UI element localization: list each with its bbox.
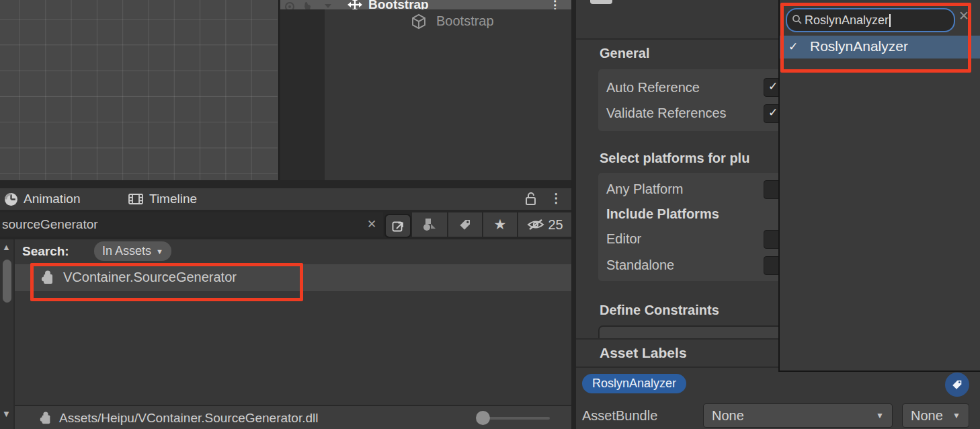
panel-divider xyxy=(0,180,571,188)
scrollbar-thumb[interactable] xyxy=(3,260,11,303)
label-search-value: RoslynAnalyzer xyxy=(805,13,889,28)
eye-slash-icon xyxy=(526,218,545,231)
asset-label-popup: RoslynAnalyzer ✕ ✓ RoslynAnalyzer xyxy=(778,0,980,372)
hierarchy-item-bootstrap[interactable]: Bootstrap xyxy=(325,11,571,32)
search-scope-label: Search: xyxy=(22,244,69,259)
selected-asset-path: Assets/Heipu/VContainer.SourceGenerator.… xyxy=(59,411,319,426)
open-in-window-icon xyxy=(391,219,405,233)
tab-animation-label: Animation xyxy=(24,192,81,206)
unlock-icon[interactable] xyxy=(524,191,537,207)
assetbundle-label: AssetBundle xyxy=(582,408,657,424)
plugin-puzzle-icon xyxy=(39,411,52,426)
project-search-value: sourceGenerator xyxy=(2,217,98,232)
text-cursor xyxy=(889,14,891,27)
hidden-packages-toggle[interactable]: 25 xyxy=(518,212,571,237)
project-search-input[interactable]: sourceGenerator ✕ xyxy=(0,212,383,237)
asset-label-pill-text: RoslynAnalyzer xyxy=(592,377,676,391)
include-platforms-header: Include Platforms xyxy=(606,206,719,222)
expand-caret-icon[interactable] xyxy=(323,1,333,9)
asset-label-pill[interactable]: RoslynAnalyzer xyxy=(582,374,686,393)
search-icon xyxy=(792,14,803,25)
hierarchy-item-label: Bootstrap xyxy=(436,13,494,29)
tag-icon xyxy=(951,379,963,391)
standalone-label: Standalone xyxy=(606,258,674,273)
tag-icon xyxy=(458,218,472,231)
favorites-button[interactable]: ★ xyxy=(483,212,517,237)
prefab-mode-header-bar: Bootstrap ⋮ xyxy=(280,0,571,9)
project-status-bar: Assets/Heipu/VContainer.SourceGenerator.… xyxy=(15,405,571,429)
partial-button[interactable] xyxy=(590,0,612,4)
search-result-row[interactable]: VContainer.SourceGenerator xyxy=(15,264,571,291)
asset-labels-header: Asset Labels xyxy=(600,345,687,361)
any-platform-label: Any Platform xyxy=(606,182,683,197)
validate-references-label: Validate References xyxy=(606,106,727,121)
chevron-down-icon: ▼ xyxy=(876,411,884,420)
prefab-gizmo-icon xyxy=(348,0,362,9)
clear-search-icon[interactable]: ✕ xyxy=(958,8,969,24)
label-search-input[interactable]: RoslynAnalyzer xyxy=(786,8,955,32)
star-icon: ★ xyxy=(494,217,507,233)
general-section-header: General xyxy=(600,46,649,61)
shapes-filter-icon xyxy=(422,218,437,231)
vertical-scrollbar[interactable]: ▲ ▼ xyxy=(0,239,15,429)
tab-timeline[interactable]: Timeline xyxy=(128,188,197,210)
scene-grid-view[interactable] xyxy=(0,0,278,180)
chevron-down-icon: ▼ xyxy=(156,247,163,256)
scene-picking-icon[interactable] xyxy=(302,1,313,9)
prefab-title: Bootstrap xyxy=(368,0,429,9)
search-result-label: VContainer.SourceGenerator xyxy=(63,270,237,285)
kebab-menu-icon[interactable]: ⋮ xyxy=(549,0,561,9)
search-scope-value: In Assets xyxy=(102,244,151,258)
cube-icon xyxy=(411,13,427,30)
filter-by-label-button[interactable] xyxy=(448,212,482,237)
hidden-count: 25 xyxy=(548,217,563,233)
assetbundle-variant-value: None xyxy=(911,408,943,424)
auto-reference-label: Auto Reference xyxy=(606,80,700,95)
scene-visibility-icon[interactable] xyxy=(284,1,295,9)
hierarchy-gutter xyxy=(280,9,325,180)
kebab-menu-icon[interactable]: ⋮ xyxy=(550,190,563,206)
add-label-button[interactable] xyxy=(945,373,969,397)
assetbundle-dropdown[interactable]: None ▼ xyxy=(703,403,893,428)
unity-editor-screenshot: Bootstrap ⋮ Bootstrap Animation xyxy=(0,0,980,429)
zoom-slider-track[interactable] xyxy=(481,417,550,420)
tab-animation[interactable]: Animation xyxy=(4,188,81,210)
platforms-section-header: Select platforms for plu xyxy=(600,151,749,166)
project-search-toolbar: sourceGenerator ✕ xyxy=(0,212,571,237)
scroll-down-icon[interactable]: ▼ xyxy=(2,409,11,419)
bottom-tabbar: Animation Timeline ⋮ xyxy=(0,188,571,210)
label-option-text: RoslynAnalyzer xyxy=(810,38,908,54)
plugin-puzzle-icon xyxy=(40,270,55,286)
tab-timeline-label: Timeline xyxy=(149,192,197,206)
assetbundle-variant-dropdown[interactable]: None ▼ xyxy=(902,403,969,428)
filter-by-type-button[interactable] xyxy=(412,212,447,237)
label-option-row[interactable]: ✓ RoslynAnalyzer xyxy=(780,36,980,58)
checkmark-icon: ✓ xyxy=(788,40,798,54)
scroll-up-icon[interactable]: ▲ xyxy=(2,242,11,252)
hierarchy-panel: Bootstrap ⋮ Bootstrap xyxy=(280,0,571,180)
define-constraints-header: Define Constraints xyxy=(600,303,719,318)
film-icon xyxy=(128,192,144,206)
zoom-slider-knob[interactable] xyxy=(476,411,490,425)
assetbundle-value: None xyxy=(712,408,744,424)
clock-icon xyxy=(4,192,18,206)
open-search-window-button[interactable] xyxy=(384,214,411,238)
editor-label: Editor xyxy=(606,231,641,247)
chevron-down-icon: ▼ xyxy=(952,411,961,420)
clear-search-icon[interactable]: ✕ xyxy=(367,217,376,231)
search-scope-dropdown[interactable]: In Assets ▼ xyxy=(94,241,171,261)
